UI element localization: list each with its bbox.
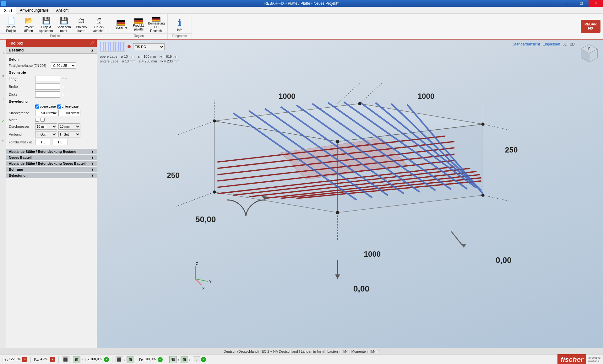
durchmesser-obere-select[interactable]: 10 mm [35,123,57,130]
logo-subtitle: innovativesolutions [588,356,600,363]
bottom-arrow5: › [177,358,180,361]
laenge-input[interactable]: 1000 [35,76,60,82]
svg-line-34 [360,83,382,104]
matte-obere-checkbox[interactable] [35,118,39,122]
abstaende-bestand-arrow: ▼ [91,150,94,153]
view-2d-btn[interactable]: 2D [570,42,575,46]
sprache-flag [117,20,125,26]
project-data-button[interactable]: 🗂 Projekt-daten [73,16,90,34]
bohrung-label: Bohrung [9,168,23,171]
ribbon-programm-buttons: ℹ Info [170,15,189,35]
laenge-label: Länge [9,77,34,81]
festigkeitsklasse-select[interactable]: C 20 / 25 [51,62,76,69]
untere-lage-checkbox[interactable] [57,104,61,109]
bottom-icon4[interactable]: ⊞ [127,356,134,363]
produktpalette-flag [134,18,143,24]
bottom-icon7[interactable]: ↓ [193,356,200,363]
ribbon-region-buttons: Sprache Produkt-palette BemessungEC Deut… [113,15,165,35]
streckgrenze-obere-input[interactable] [35,110,57,116]
sidebar-tab-anleitungen[interactable]: ? [0,41,6,66]
bottom-arrow6: › [189,358,191,361]
bestand-section-header[interactable]: Bestand ▲ [6,47,97,54]
streckgrenze-untere-input[interactable] [58,110,80,116]
abstaende-neues-label: Abstände Stäbe / Betondeckung Neues Baut… [9,162,86,165]
maximize-button[interactable]: ☐ [574,0,589,7]
coord-0-right: 0,00 [496,255,512,265]
new-project-icon: 📄 [7,17,15,25]
sidebar-tab-produktinfo[interactable]: ℹ [0,86,6,111]
bottom-icon3[interactable]: ⬛ [116,356,123,363]
stat-bas2-x[interactable]: × [50,357,55,362]
fischer-logo: fischer innovativesolutions [557,354,600,364]
save-project-label: Projektspeichern [39,25,53,33]
ribbon: 📄 NeuesProjekt 📂 Projektöffnen 💾 Projekt… [0,14,603,40]
formbeiwert-row: Formbeiwert - α1 [9,139,94,145]
dim-5000: 50,00 [195,215,216,224]
verbund-obere-select[interactable]: I - Gut [35,131,57,137]
toolbox-pin[interactable]: 📌 [90,41,94,46]
matte-untere-checkbox[interactable] [41,118,45,122]
save-project-button[interactable]: 💾 Projektspeichern [38,16,55,34]
sep2 [58,356,59,363]
open-project-button[interactable]: 📂 Projektöffnen [20,16,37,34]
sidebar-tab-2[interactable]: ≡ [0,67,6,85]
sep4 [166,356,166,363]
einpassen-btn[interactable]: Einpassen [542,42,560,46]
bottom-icon5[interactable]: 🏗 [169,356,177,363]
product-select[interactable]: FIS RC [133,43,165,50]
stat-bas1-x[interactable]: × [22,357,27,362]
breite-input[interactable]: 1000 [35,83,60,90]
menu-ansicht[interactable]: Ansicht [52,7,72,14]
bottom-icon2[interactable]: ⊞ [73,356,80,363]
sidebar-tab-check[interactable]: ✓ [0,112,6,131]
standardansicht-btn[interactable]: Standardansicht [513,42,540,46]
svg-text:Y: Y [209,280,212,283]
viewport-3d[interactable]: FIS RC obere Lage ø 10 mm s = 100 mm lv … [97,40,603,348]
geometrie-title: Geometrie [9,71,94,74]
info-label: Info [177,28,182,32]
sidebar-tab-ergebnis[interactable]: E [0,131,6,150]
view-separator: 3D [562,42,567,46]
save-as-button[interactable]: 💾 Speichernunter [55,16,72,34]
durchmesser-untere-select[interactable]: 10 mm [58,123,80,130]
svg-point-47 [481,194,485,197]
stat-bas1-label: βAs 122,0% [3,357,20,362]
title-text: REBAR-FIX - Platte / Platte - Neues Proj… [264,1,339,6]
beton-title: Beton [9,57,94,61]
new-project-label: NeuesProjekt [6,25,16,33]
streckgrenze-label: Streckgrenze [9,111,34,115]
produktpalette-button[interactable]: Produkt-palette [130,16,147,34]
abstaende-neues-row[interactable]: Abstände Stäbe / Betondeckung Neues Baut… [6,161,97,166]
window-controls[interactable]: — ☐ ✕ [560,0,603,7]
viewport-toolbar: Standardansicht Einpassen 3D 2D [513,42,575,46]
close-button[interactable]: ✕ [589,0,603,7]
bottom-icons-group1: ⬛ › ⊞ › [62,356,84,363]
bestand-content: Beton Festigkeitsklasse (EN 206) C 20 / … [6,54,97,149]
print-preview-button[interactable]: 🖨 Druck-vorschau [90,16,107,34]
svg-point-45 [213,190,216,194]
minimize-button[interactable]: — [560,0,574,7]
belastung-row[interactable]: Belastung ▼ [6,173,97,178]
programm-label: Programm [168,33,192,38]
svg-point-46 [336,211,339,214]
verbund-untere-select[interactable]: I - Gut [58,131,80,137]
bottom-icon6[interactable]: ⊞ [181,356,188,363]
abstaende-bestand-row[interactable]: Abstände Stäbe / Betondeckung Bestand ▼ [6,149,97,154]
sprache-button[interactable]: Sprache [113,16,130,34]
status-bar: Deutsch (Deutschland) | EC 2 + NA Deutsc… [0,348,603,355]
bewehrung-title: Bewehrung [9,99,94,103]
bohrung-row[interactable]: Bohrung ▼ [6,167,97,172]
bemessung-button[interactable]: BemessungEC Deutsch. [148,16,165,34]
dicke-row: Dicke 250 mm [9,91,94,98]
bottom-icon1[interactable]: ⬛ [62,356,69,363]
formbeiwert-obere-input[interactable] [35,139,51,145]
info-button[interactable]: ℹ Info [170,15,189,35]
new-project-button[interactable]: 📄 NeuesProjekt [3,16,19,34]
neues-bauteil-row[interactable]: Neues Bauteil ▼ [6,155,97,160]
obere-lage-checkbox[interactable] [35,104,39,109]
project-data-label: Projekt-daten [76,25,87,33]
dicke-input[interactable]: 250 [35,91,60,98]
menu-anwendungsfaelle[interactable]: Anwendungsfälle [16,7,52,14]
formbeiwert-untere-input[interactable] [52,139,68,145]
menu-start[interactable]: Start [0,7,16,14]
